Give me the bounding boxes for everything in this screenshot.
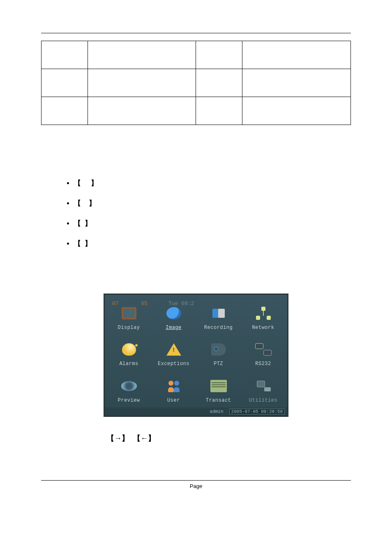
table-cell	[42, 97, 88, 125]
list-item: 【 】	[74, 219, 351, 228]
alarms-icon	[120, 341, 138, 358]
overlay-date-left: 07 05	[112, 301, 148, 307]
menu-item-recording[interactable]: Recording	[196, 298, 241, 335]
menu-item-alarms[interactable]: Alarms	[106, 335, 151, 371]
menu-label: Exceptions	[158, 361, 189, 367]
list-item: 【 】	[74, 199, 351, 208]
recording-icon	[210, 305, 228, 321]
open-bracket: 【	[74, 219, 81, 228]
menu-label: Image	[166, 325, 182, 331]
dvr-main-menu: 07 05 Tue 09:2 Display Image Recording N…	[104, 294, 288, 417]
table-row	[42, 41, 351, 69]
rs232-icon	[254, 341, 272, 358]
arrow-left-icon: ←	[141, 434, 148, 442]
footer-rule	[41, 480, 351, 481]
table-cell	[196, 41, 242, 69]
table-row	[42, 69, 351, 97]
close-bracket: 】	[148, 434, 155, 442]
overlay-date-mid: Tue 09:2	[168, 301, 194, 307]
menu-label: Preview	[118, 398, 140, 403]
table-cell	[196, 69, 242, 97]
empty-table	[41, 41, 351, 125]
menu-label: Network	[252, 325, 274, 331]
menu-label: Recording	[204, 325, 233, 331]
image-icon	[165, 305, 183, 321]
transact-icon	[210, 378, 228, 394]
header-rule	[41, 33, 351, 33]
overlay-date-num: 05	[141, 301, 148, 307]
network-icon	[254, 305, 272, 321]
open-bracket: 【	[74, 199, 81, 208]
menu-item-user[interactable]: User	[151, 371, 196, 407]
table-cell	[196, 97, 242, 125]
open-bracket: 【	[74, 178, 81, 188]
close-bracket: 】	[89, 199, 96, 208]
utilities-icon	[254, 378, 272, 394]
close-bracket: 】	[85, 219, 92, 228]
open-bracket: 【	[133, 434, 141, 442]
menu-item-exceptions[interactable]: Exceptions	[151, 335, 196, 371]
status-user: admin	[210, 409, 224, 414]
table-cell	[88, 69, 196, 97]
menu-label: Transact	[206, 398, 231, 403]
open-bracket: 【	[74, 239, 81, 248]
preview-icon	[120, 378, 138, 394]
menu-label: Utilities	[249, 398, 277, 403]
menu-label: PTZ	[214, 361, 223, 367]
overlay-date-num: 07	[112, 301, 119, 307]
close-bracket: 】	[85, 239, 92, 248]
table-cell	[242, 41, 351, 69]
table-cell	[42, 69, 88, 97]
close-bracket: 】	[91, 178, 98, 188]
list-item: 【 】	[74, 178, 351, 188]
menu-item-ptz[interactable]: PTZ	[196, 335, 241, 371]
menu-label: Display	[118, 325, 140, 331]
menu-label: Alarms	[119, 361, 138, 367]
status-timestamp: 2005-07-05 09:29:58	[229, 409, 285, 414]
menu-item-network[interactable]: Network	[241, 298, 286, 335]
user-icon	[165, 378, 183, 394]
table-cell	[242, 97, 351, 125]
open-bracket: 【	[107, 434, 114, 442]
table-cell	[42, 41, 88, 69]
status-bar: admin 2005-07-05 09:29:58	[105, 407, 287, 416]
arrow-brackets-line: 【→】 【←】	[107, 433, 351, 443]
menu-item-preview[interactable]: Preview	[106, 371, 151, 407]
arrow-right-icon: →	[114, 434, 122, 442]
menu-item-utilities[interactable]: Utilities	[241, 371, 286, 407]
table-cell	[88, 97, 196, 125]
menu-item-transact[interactable]: Transact	[196, 371, 241, 407]
list-item: 【 】	[74, 239, 351, 248]
exceptions-icon	[165, 341, 183, 358]
menu-item-rs232[interactable]: RS232	[241, 335, 286, 371]
display-icon	[120, 305, 138, 321]
table-row	[42, 97, 351, 125]
footer-page-label: Page	[41, 483, 351, 489]
bullet-list: 【 】 【 】 【 】 【 】	[74, 178, 351, 248]
table-cell	[88, 41, 196, 69]
menu-grid: Display Image Recording Network Alarms E…	[105, 295, 287, 407]
document-page: 【 】 【 】 【 】 【 】 07 05 Tue 09:2 Display I…	[0, 0, 392, 555]
menu-label: User	[167, 398, 180, 403]
table-cell	[242, 69, 351, 97]
ptz-icon	[210, 341, 228, 358]
menu-label: RS232	[255, 361, 271, 367]
close-bracket: 】	[122, 434, 129, 442]
